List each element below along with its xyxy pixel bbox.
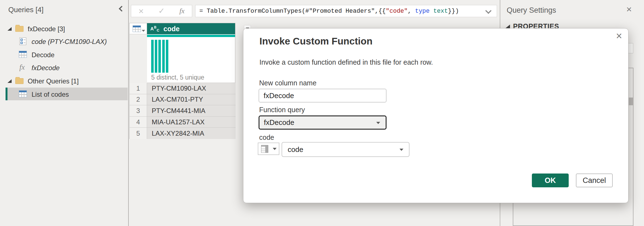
data-preview-table: ABC code 5 distinct, 5 unique 1 PTY-CM10… <box>129 23 235 139</box>
new-column-name-input[interactable] <box>259 89 387 103</box>
function-icon: fx <box>19 63 25 72</box>
sidebar-item-list-of-codes[interactable]: List of codes <box>32 91 69 98</box>
sidebar-item-decode[interactable]: Decode <box>32 51 55 59</box>
sidebar-item-fxdecode-group[interactable]: fxDecode [3] <box>28 25 65 33</box>
dialog-close-icon[interactable]: × <box>616 31 622 41</box>
dialog-description: Invoke a custom function defined in this… <box>259 58 433 66</box>
selected-query-accent-bar <box>6 88 7 100</box>
expander-icon[interactable] <box>7 79 12 83</box>
selected-column-accent <box>147 35 235 37</box>
row-value[interactable]: MIA-UA1257-LAX <box>147 117 236 128</box>
formula-bar[interactable]: = Table.TransformColumnTypes(#"Promoted … <box>195 5 497 17</box>
formula-expression: = Table.TransformColumnTypes(#"Promoted … <box>195 8 459 15</box>
table-row[interactable]: 1 PTY-CM1090-LAX <box>130 83 236 94</box>
parameter-icon <box>19 38 26 45</box>
profile-bar <box>162 40 165 73</box>
properties-expander-icon[interactable] <box>506 25 510 28</box>
folder-icon <box>15 26 24 32</box>
folder-icon <box>15 78 24 84</box>
row-value[interactable]: LAX-XY2842-MIA <box>147 128 236 139</box>
profile-bar <box>155 40 157 73</box>
table-column-icon <box>261 145 268 153</box>
profile-bar <box>151 40 154 73</box>
row-value[interactable]: PTY-CM4441-MIA <box>147 105 236 116</box>
formula-bar-buttons: × ✓ fx <box>131 5 192 17</box>
column-picker-button[interactable] <box>258 143 279 155</box>
chevron-down-icon <box>376 122 380 124</box>
close-query-settings-icon[interactable]: × <box>626 4 632 14</box>
function-query-dropdown[interactable]: fxDecode <box>259 115 387 130</box>
table-menu-icon <box>133 25 141 32</box>
parameter-value: code <box>282 145 303 154</box>
dialog-title: Invoke Custom Function <box>259 36 372 47</box>
profile-caption: 5 distinct, 5 unique <box>151 74 204 81</box>
invoke-custom-function-dialog: × Invoke Custom Function Invoke a custom… <box>243 28 628 203</box>
column-name: code <box>163 25 179 33</box>
ok-button[interactable]: OK <box>532 174 569 187</box>
queries-pane-title: Queries [4] <box>8 6 43 14</box>
function-query-value: fxDecode <box>259 118 294 127</box>
chevron-down-icon <box>400 149 403 151</box>
table-row[interactable]: 4 MIA-UA1257-LAX <box>130 117 236 128</box>
pane-divider[interactable] <box>128 0 129 226</box>
row-number: 1 <box>130 83 147 94</box>
row-value[interactable]: LAX-CM701-PTY <box>147 94 236 105</box>
row-number: 5 <box>130 128 147 139</box>
sidebar-item-code-parameter[interactable]: code (PTY-CM1090-LAX) <box>32 38 107 46</box>
column-profile: 5 distinct, 5 unique <box>147 37 235 83</box>
collapse-pane-icon[interactable] <box>119 6 125 12</box>
chevron-down-icon <box>273 148 277 150</box>
function-query-label: Function query <box>259 106 305 114</box>
table-icon <box>19 90 27 97</box>
expander-icon[interactable] <box>7 27 12 31</box>
row-number: 2 <box>130 94 147 105</box>
sidebar-item-fxdecode-function[interactable]: fxDecode <box>32 64 60 72</box>
new-column-name-label: New column name <box>259 79 316 87</box>
cancel-button[interactable]: Cancel <box>576 174 613 187</box>
query-settings-title: Query Settings <box>507 6 556 15</box>
row-number: 4 <box>130 117 147 128</box>
parameter-label: code <box>259 133 274 141</box>
select-all-corner-cell[interactable] <box>130 23 147 34</box>
column-header-code[interactable]: ABC code <box>147 23 235 34</box>
table-icon <box>19 51 27 58</box>
queries-pane: Queries [4] fxDecode [3] code (PTY-CM109… <box>0 0 128 226</box>
table-row[interactable]: 2 LAX-CM701-PTY <box>130 94 236 106</box>
profile-bar <box>166 40 168 73</box>
table-menu-caret-icon <box>142 30 145 32</box>
cancel-formula-icon[interactable]: × <box>138 7 144 15</box>
parameter-value-combobox[interactable]: code <box>282 142 409 157</box>
profile-bar <box>158 40 161 73</box>
table-row[interactable]: 5 LAX-XY2842-MIA <box>130 128 236 139</box>
table-row[interactable]: 3 PTY-CM4441-MIA <box>130 105 236 117</box>
applied-steps-scrollbar[interactable] <box>629 98 633 105</box>
commit-formula-icon[interactable]: ✓ <box>158 7 165 15</box>
row-value[interactable]: PTY-CM1090-LAX <box>147 83 236 94</box>
row-number: 3 <box>130 105 147 116</box>
column-type-abc-icon: ABC <box>150 25 159 32</box>
table-rows: 1 PTY-CM1090-LAX 2 LAX-CM701-PTY 3 PTY-C… <box>130 83 236 139</box>
sidebar-item-other-queries-group[interactable]: Other Queries [1] <box>28 77 79 85</box>
add-step-fx-icon[interactable]: fx <box>179 7 185 15</box>
